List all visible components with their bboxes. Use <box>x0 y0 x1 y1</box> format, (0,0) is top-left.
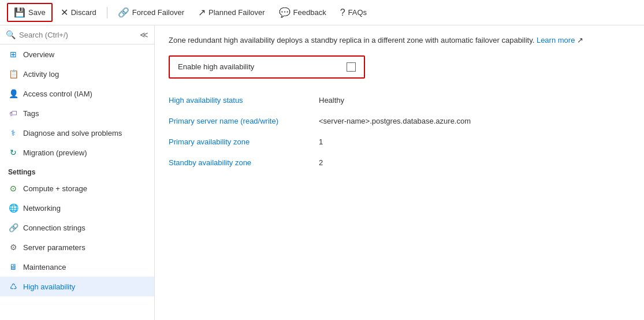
nav-item-high-availability[interactable]: ♺ High availability <box>0 277 154 296</box>
connection-strings-icon: 🔗 <box>8 222 18 233</box>
learn-more-link[interactable]: Learn more <box>537 36 575 44</box>
planned-failover-icon: ↗ <box>198 7 206 18</box>
properties-table: High availability status Healthy Primary… <box>169 90 630 173</box>
nav-label-maintenance: Maintenance <box>23 263 66 271</box>
discard-icon: ✕ <box>61 7 68 18</box>
save-label: Save <box>28 8 46 17</box>
table-row: High availability status Healthy <box>169 90 630 111</box>
toolbar: 💾 Save ✕ Discard 🔗 Forced Failover ↗ Pla… <box>0 0 644 25</box>
high-availability-icon: ♺ <box>8 281 18 292</box>
prop-value-primary-zone: 1 <box>319 131 630 152</box>
nav-label-overview: Overview <box>23 50 54 59</box>
info-text-body: Zone redundant high availability deploys… <box>169 36 534 44</box>
nav-item-tags[interactable]: 🏷 Tags <box>0 103 154 123</box>
nav-item-compute-storage[interactable]: ⊙ Compute + storage <box>0 178 154 198</box>
feedback-icon: 💬 <box>279 7 291 18</box>
networking-icon: 🌐 <box>8 203 18 213</box>
enable-ha-label: Enable high availability <box>178 62 254 71</box>
nav-label-tags: Tags <box>23 109 39 118</box>
save-button[interactable]: 💾 Save <box>7 3 53 22</box>
nav-item-activity-log[interactable]: 📋 Activity log <box>0 64 154 84</box>
nav-label-compute-storage: Compute + storage <box>23 184 87 193</box>
feedback-label: Feedback <box>293 8 326 17</box>
access-control-icon: 👤 <box>8 88 18 99</box>
collapse-button[interactable]: ≪ <box>140 30 148 39</box>
nav-label-diagnose: Diagnose and solve problems <box>23 129 122 137</box>
migration-icon: ↻ <box>8 147 18 158</box>
overview-icon: ⊞ <box>8 49 18 59</box>
nav-label-connection-strings: Connection strings <box>23 224 85 232</box>
prop-value-primary-server: <server-name>.postgres.database.azure.co… <box>319 110 630 131</box>
feedback-button[interactable]: 💬 Feedback <box>273 4 332 21</box>
activity-log-icon: 📋 <box>8 69 18 79</box>
nav-label-high-availability: High availability <box>23 282 75 291</box>
diagnose-icon: ⚕ <box>8 128 18 138</box>
server-parameters-icon: ⚙ <box>8 242 18 252</box>
faqs-label: FAQs <box>348 8 367 17</box>
search-icon: 🔍 <box>6 30 16 39</box>
nav-label-server-parameters: Server parameters <box>23 243 85 252</box>
table-row: Primary availability zone 1 <box>169 131 630 152</box>
save-icon: 💾 <box>14 7 25 18</box>
main-layout: 🔍 ≪ ⊞ Overview 📋 Activity log 👤 Access c… <box>0 25 644 320</box>
nav-item-overview[interactable]: ⊞ Overview <box>0 44 154 64</box>
nav-label-access-control: Access control (IAM) <box>23 90 92 98</box>
table-row: Standby availability zone 2 <box>169 152 630 173</box>
prop-label-primary-server: Primary server name (read/write) <box>169 110 319 131</box>
nav-label-activity-log: Activity log <box>23 70 59 79</box>
planned-failover-button[interactable]: ↗ Planned Failover <box>192 4 271 21</box>
maintenance-icon: 🖥 <box>8 262 18 272</box>
faqs-button[interactable]: ? FAQs <box>334 5 373 21</box>
enable-ha-box: Enable high availability <box>169 55 365 79</box>
planned-failover-label: Planned Failover <box>209 8 265 17</box>
forced-failover-label: Forced Failover <box>132 8 184 17</box>
prop-value-standby-zone: 2 <box>319 152 630 173</box>
nav-item-diagnose[interactable]: ⚕ Diagnose and solve problems <box>0 123 154 143</box>
prop-value-ha-status: Healthy <box>319 90 630 111</box>
nav-item-connection-strings[interactable]: 🔗 Connection strings <box>0 218 154 237</box>
prop-label-ha-status: High availability status <box>169 90 319 111</box>
compute-storage-icon: ⊙ <box>8 183 18 194</box>
nav-item-maintenance[interactable]: 🖥 Maintenance <box>0 257 154 277</box>
prop-label-standby-zone: Standby availability zone <box>169 152 319 173</box>
nav-item-access-control[interactable]: 👤 Access control (IAM) <box>0 84 154 103</box>
search-input[interactable] <box>19 31 136 39</box>
enable-ha-checkbox[interactable] <box>347 62 356 72</box>
prop-label-primary-zone: Primary availability zone <box>169 131 319 152</box>
info-text: Zone redundant high availability deploys… <box>169 35 630 46</box>
faqs-icon: ? <box>340 8 345 18</box>
forced-failover-button[interactable]: 🔗 Forced Failover <box>112 4 190 21</box>
nav-item-server-parameters[interactable]: ⚙ Server parameters <box>0 237 154 257</box>
forced-failover-icon: 🔗 <box>118 7 129 18</box>
nav-label-networking: Networking <box>23 204 61 213</box>
toolbar-separator <box>107 7 107 18</box>
nav-item-migration[interactable]: ↻ Migration (preview) <box>0 143 154 162</box>
settings-section-title: Settings <box>0 162 154 178</box>
sidebar: 🔍 ≪ ⊞ Overview 📋 Activity log 👤 Access c… <box>0 25 155 320</box>
discard-button[interactable]: ✕ Discard <box>55 4 102 21</box>
discard-label: Discard <box>71 8 96 17</box>
tags-icon: 🏷 <box>8 108 18 118</box>
search-box: 🔍 ≪ <box>0 25 154 44</box>
content-area: Zone redundant high availability deploys… <box>155 25 644 320</box>
table-row: Primary server name (read/write) <server… <box>169 110 630 131</box>
nav-label-migration: Migration (preview) <box>23 148 87 157</box>
nav-item-networking[interactable]: 🌐 Networking <box>0 198 154 218</box>
